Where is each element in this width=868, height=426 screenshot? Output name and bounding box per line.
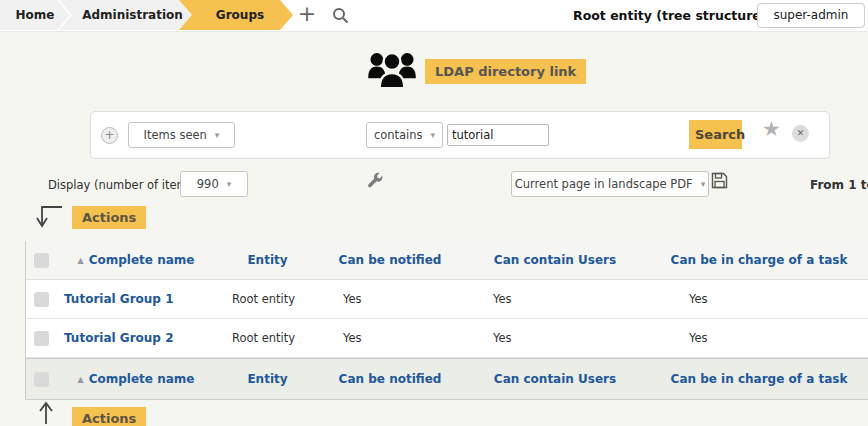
table-footer-header-row: ▲ Complete name Entity Can be notified C… (26, 358, 868, 400)
reset-search-icon[interactable]: ✕ (792, 125, 809, 142)
column-header-can-be-notified[interactable]: Can be notified (319, 253, 461, 267)
users-group-icon[interactable] (366, 46, 418, 96)
breadcrumb-groups-label: Groups (216, 8, 264, 22)
results-table: ▲ Complete name Entity Can be notified C… (25, 241, 868, 400)
search-criteria-panel: + Items seen ▾ contains ▾ Search ★ ✕ (90, 111, 830, 159)
bookmark-star-icon[interactable]: ★ (762, 117, 781, 141)
chevron-down-icon: ▾ (431, 130, 436, 140)
search-icon[interactable] (332, 7, 349, 27)
contain-users-cell: Yes (493, 331, 512, 345)
notified-cell: Yes (343, 292, 362, 306)
top-bar: Home Administration Groups + Root entity… (0, 0, 868, 32)
items-per-page-select[interactable]: 990 ▾ (180, 171, 248, 197)
column-footer-can-contain-users[interactable]: Can contain Users (461, 372, 649, 386)
ldap-directory-link[interactable]: LDAP directory link (425, 59, 586, 84)
column-footer-complete-name[interactable]: ▲ Complete name (56, 372, 216, 386)
export-format-value: Current page in landscape PDF (515, 177, 693, 191)
breadcrumb-administration-label: Administration (82, 8, 183, 22)
notified-cell: Yes (343, 331, 362, 345)
add-item-icon[interactable]: + (296, 0, 318, 29)
row-checkbox[interactable] (34, 292, 49, 307)
chevron-down-icon: ▾ (227, 179, 232, 189)
column-header-can-be-in-charge[interactable]: Can be in charge of a task (649, 253, 868, 267)
column-footer-label: Entity (247, 372, 287, 386)
contain-users-cell: Yes (493, 292, 512, 306)
column-header-complete-name[interactable]: ▲ Complete name (56, 253, 216, 267)
column-footer-can-be-notified[interactable]: Can be notified (319, 372, 461, 386)
entity-cell: Root entity (232, 292, 295, 306)
search-button[interactable]: Search (689, 120, 742, 149)
massive-action-arrow-up-icon (36, 400, 56, 426)
column-header-label: Can be notified (339, 253, 442, 267)
column-header-can-contain-users[interactable]: Can contain Users (461, 253, 649, 267)
entity-cell: Root entity (232, 331, 295, 345)
column-footer-label: Can be notified (339, 372, 442, 386)
sort-asc-icon: ▲ (78, 256, 84, 265)
column-footer-label: Complete name (89, 372, 195, 386)
field-select-value: Items seen (144, 128, 207, 142)
column-header-label: Complete name (89, 253, 195, 267)
charge-task-cell: Yes (689, 331, 708, 345)
select-all-checkbox[interactable] (34, 253, 49, 268)
massive-action-arrow-down-icon (33, 203, 65, 234)
row-checkbox[interactable] (34, 331, 49, 346)
table-header-row: ▲ Complete name Entity Can be notified C… (26, 241, 868, 280)
add-criteria-icon[interactable]: + (101, 127, 118, 144)
group-name-link[interactable]: Tutorial Group 1 (64, 292, 173, 306)
search-query-input[interactable] (447, 124, 549, 146)
charge-task-cell: Yes (689, 292, 708, 306)
column-footer-can-be-in-charge[interactable]: Can be in charge of a task (649, 372, 868, 386)
column-header-label: Can contain Users (494, 253, 616, 267)
select-all-checkbox[interactable] (34, 372, 49, 387)
column-footer-label: Can contain Users (494, 372, 616, 386)
profile-selector[interactable]: super-admin (757, 3, 865, 28)
chevron-down-icon: ▾ (215, 130, 220, 140)
items-per-page-value: 990 (197, 177, 219, 191)
breadcrumb-home[interactable]: Home (0, 0, 70, 30)
chevron-down-icon: ▾ (701, 179, 706, 189)
display-count-label: Display (number of items) (48, 178, 198, 192)
operator-select[interactable]: contains ▾ (366, 122, 443, 148)
group-name-link[interactable]: Tutorial Group 2 (64, 331, 173, 345)
export-format-select[interactable]: Current page in landscape PDF ▾ (511, 171, 709, 197)
column-header-label: Entity (247, 253, 287, 267)
save-export-icon[interactable] (711, 172, 728, 192)
actions-button-top[interactable]: Actions (72, 206, 146, 229)
sort-asc-icon: ▲ (78, 375, 84, 384)
table-row: Tutorial Group 1 Root entity Yes Yes Yes (26, 280, 868, 319)
current-entity-label: Root entity (tree structure) (573, 8, 767, 23)
operator-select-value: contains (374, 128, 423, 142)
breadcrumb-home-label: Home (16, 8, 55, 22)
breadcrumb-administration[interactable]: Administration (59, 0, 198, 30)
wrench-options-icon[interactable] (367, 172, 384, 192)
column-header-entity[interactable]: Entity (216, 253, 319, 267)
field-select[interactable]: Items seen ▾ (128, 122, 235, 148)
breadcrumb-groups[interactable]: Groups (179, 0, 293, 30)
actions-button-bottom[interactable]: Actions (72, 407, 146, 426)
pagination-range-label: From 1 to (810, 178, 868, 192)
column-header-label: Can be in charge of a task (671, 253, 848, 267)
column-footer-label: Can be in charge of a task (671, 372, 848, 386)
table-row: Tutorial Group 2 Root entity Yes Yes Yes (26, 319, 868, 358)
column-footer-entity[interactable]: Entity (216, 372, 319, 386)
